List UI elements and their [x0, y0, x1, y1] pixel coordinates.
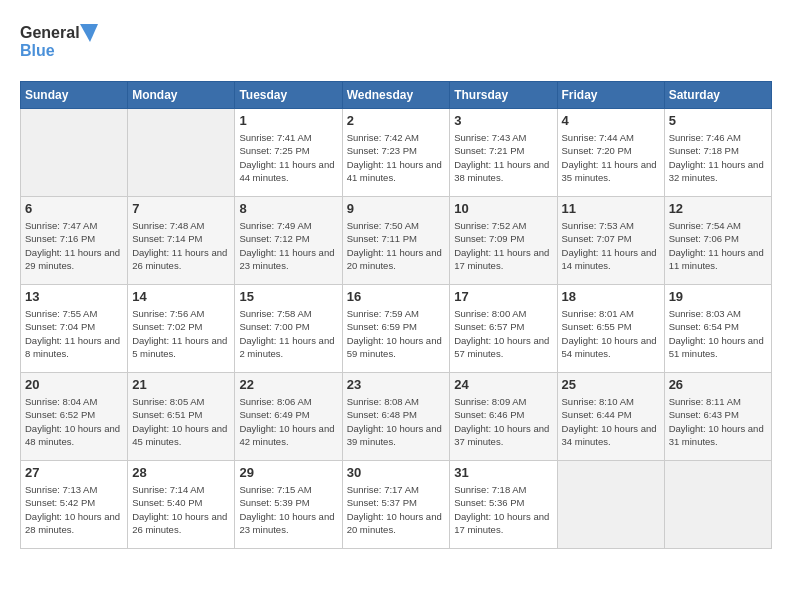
day-info: Sunrise: 7:52 AM Sunset: 7:09 PM Dayligh…: [454, 219, 552, 272]
day-number: 19: [669, 289, 767, 304]
day-info: Sunrise: 7:49 AM Sunset: 7:12 PM Dayligh…: [239, 219, 337, 272]
day-info: Sunrise: 7:54 AM Sunset: 7:06 PM Dayligh…: [669, 219, 767, 272]
day-number: 30: [347, 465, 446, 480]
day-info: Sunrise: 7:48 AM Sunset: 7:14 PM Dayligh…: [132, 219, 230, 272]
weekday-header-friday: Friday: [557, 82, 664, 109]
calendar-cell: 5Sunrise: 7:46 AM Sunset: 7:18 PM Daylig…: [664, 109, 771, 197]
calendar-cell: 16Sunrise: 7:59 AM Sunset: 6:59 PM Dayli…: [342, 285, 450, 373]
day-info: Sunrise: 8:05 AM Sunset: 6:51 PM Dayligh…: [132, 395, 230, 448]
day-number: 24: [454, 377, 552, 392]
day-number: 13: [25, 289, 123, 304]
day-number: 11: [562, 201, 660, 216]
weekday-header-sunday: Sunday: [21, 82, 128, 109]
calendar-cell: 9Sunrise: 7:50 AM Sunset: 7:11 PM Daylig…: [342, 197, 450, 285]
weekday-header-tuesday: Tuesday: [235, 82, 342, 109]
calendar-cell: 3Sunrise: 7:43 AM Sunset: 7:21 PM Daylig…: [450, 109, 557, 197]
calendar-cell: 7Sunrise: 7:48 AM Sunset: 7:14 PM Daylig…: [128, 197, 235, 285]
page-header: GeneralBlue: [20, 20, 772, 65]
calendar-cell: 26Sunrise: 8:11 AM Sunset: 6:43 PM Dayli…: [664, 373, 771, 461]
calendar-cell: 23Sunrise: 8:08 AM Sunset: 6:48 PM Dayli…: [342, 373, 450, 461]
day-info: Sunrise: 7:18 AM Sunset: 5:36 PM Dayligh…: [454, 483, 552, 536]
calendar-cell: 14Sunrise: 7:56 AM Sunset: 7:02 PM Dayli…: [128, 285, 235, 373]
day-info: Sunrise: 8:11 AM Sunset: 6:43 PM Dayligh…: [669, 395, 767, 448]
svg-text:General: General: [20, 24, 80, 41]
day-number: 21: [132, 377, 230, 392]
calendar-cell: 19Sunrise: 8:03 AM Sunset: 6:54 PM Dayli…: [664, 285, 771, 373]
day-number: 31: [454, 465, 552, 480]
day-number: 10: [454, 201, 552, 216]
calendar-cell: 30Sunrise: 7:17 AM Sunset: 5:37 PM Dayli…: [342, 461, 450, 549]
day-info: Sunrise: 8:01 AM Sunset: 6:55 PM Dayligh…: [562, 307, 660, 360]
calendar-cell: 8Sunrise: 7:49 AM Sunset: 7:12 PM Daylig…: [235, 197, 342, 285]
calendar-cell: 2Sunrise: 7:42 AM Sunset: 7:23 PM Daylig…: [342, 109, 450, 197]
calendar-cell: 24Sunrise: 8:09 AM Sunset: 6:46 PM Dayli…: [450, 373, 557, 461]
day-info: Sunrise: 7:41 AM Sunset: 7:25 PM Dayligh…: [239, 131, 337, 184]
day-number: 12: [669, 201, 767, 216]
day-number: 23: [347, 377, 446, 392]
calendar-cell: 13Sunrise: 7:55 AM Sunset: 7:04 PM Dayli…: [21, 285, 128, 373]
day-info: Sunrise: 8:10 AM Sunset: 6:44 PM Dayligh…: [562, 395, 660, 448]
day-number: 14: [132, 289, 230, 304]
day-number: 16: [347, 289, 446, 304]
day-number: 25: [562, 377, 660, 392]
day-number: 6: [25, 201, 123, 216]
day-info: Sunrise: 8:09 AM Sunset: 6:46 PM Dayligh…: [454, 395, 552, 448]
day-info: Sunrise: 7:56 AM Sunset: 7:02 PM Dayligh…: [132, 307, 230, 360]
day-number: 4: [562, 113, 660, 128]
day-info: Sunrise: 7:53 AM Sunset: 7:07 PM Dayligh…: [562, 219, 660, 272]
calendar-table: SundayMondayTuesdayWednesdayThursdayFrid…: [20, 81, 772, 549]
day-info: Sunrise: 7:14 AM Sunset: 5:40 PM Dayligh…: [132, 483, 230, 536]
day-number: 2: [347, 113, 446, 128]
calendar-cell: [128, 109, 235, 197]
day-number: 8: [239, 201, 337, 216]
calendar-cell: 10Sunrise: 7:52 AM Sunset: 7:09 PM Dayli…: [450, 197, 557, 285]
calendar-cell: 28Sunrise: 7:14 AM Sunset: 5:40 PM Dayli…: [128, 461, 235, 549]
day-number: 28: [132, 465, 230, 480]
logo: GeneralBlue: [20, 20, 100, 65]
day-info: Sunrise: 7:55 AM Sunset: 7:04 PM Dayligh…: [25, 307, 123, 360]
day-number: 27: [25, 465, 123, 480]
calendar-cell: 20Sunrise: 8:04 AM Sunset: 6:52 PM Dayli…: [21, 373, 128, 461]
day-info: Sunrise: 8:08 AM Sunset: 6:48 PM Dayligh…: [347, 395, 446, 448]
calendar-cell: [664, 461, 771, 549]
day-number: 20: [25, 377, 123, 392]
day-number: 5: [669, 113, 767, 128]
weekday-header-monday: Monday: [128, 82, 235, 109]
calendar-cell: 29Sunrise: 7:15 AM Sunset: 5:39 PM Dayli…: [235, 461, 342, 549]
calendar-cell: 4Sunrise: 7:44 AM Sunset: 7:20 PM Daylig…: [557, 109, 664, 197]
calendar-cell: 25Sunrise: 8:10 AM Sunset: 6:44 PM Dayli…: [557, 373, 664, 461]
day-info: Sunrise: 8:06 AM Sunset: 6:49 PM Dayligh…: [239, 395, 337, 448]
day-info: Sunrise: 7:13 AM Sunset: 5:42 PM Dayligh…: [25, 483, 123, 536]
day-info: Sunrise: 7:43 AM Sunset: 7:21 PM Dayligh…: [454, 131, 552, 184]
calendar-cell: 27Sunrise: 7:13 AM Sunset: 5:42 PM Dayli…: [21, 461, 128, 549]
day-number: 7: [132, 201, 230, 216]
calendar-cell: 11Sunrise: 7:53 AM Sunset: 7:07 PM Dayli…: [557, 197, 664, 285]
day-info: Sunrise: 8:03 AM Sunset: 6:54 PM Dayligh…: [669, 307, 767, 360]
day-info: Sunrise: 7:44 AM Sunset: 7:20 PM Dayligh…: [562, 131, 660, 184]
calendar-cell: 17Sunrise: 8:00 AM Sunset: 6:57 PM Dayli…: [450, 285, 557, 373]
day-info: Sunrise: 8:04 AM Sunset: 6:52 PM Dayligh…: [25, 395, 123, 448]
calendar-cell: 12Sunrise: 7:54 AM Sunset: 7:06 PM Dayli…: [664, 197, 771, 285]
day-number: 22: [239, 377, 337, 392]
weekday-header-saturday: Saturday: [664, 82, 771, 109]
svg-marker-2: [80, 24, 98, 42]
day-number: 9: [347, 201, 446, 216]
calendar-cell: 1Sunrise: 7:41 AM Sunset: 7:25 PM Daylig…: [235, 109, 342, 197]
day-number: 1: [239, 113, 337, 128]
day-info: Sunrise: 7:15 AM Sunset: 5:39 PM Dayligh…: [239, 483, 337, 536]
svg-text:Blue: Blue: [20, 42, 55, 59]
calendar-cell: 15Sunrise: 7:58 AM Sunset: 7:00 PM Dayli…: [235, 285, 342, 373]
weekday-header-thursday: Thursday: [450, 82, 557, 109]
day-number: 3: [454, 113, 552, 128]
calendar-cell: [21, 109, 128, 197]
calendar-cell: [557, 461, 664, 549]
day-number: 26: [669, 377, 767, 392]
day-number: 15: [239, 289, 337, 304]
day-number: 29: [239, 465, 337, 480]
day-number: 18: [562, 289, 660, 304]
weekday-header-wednesday: Wednesday: [342, 82, 450, 109]
day-number: 17: [454, 289, 552, 304]
day-info: Sunrise: 7:17 AM Sunset: 5:37 PM Dayligh…: [347, 483, 446, 536]
day-info: Sunrise: 7:47 AM Sunset: 7:16 PM Dayligh…: [25, 219, 123, 272]
day-info: Sunrise: 8:00 AM Sunset: 6:57 PM Dayligh…: [454, 307, 552, 360]
